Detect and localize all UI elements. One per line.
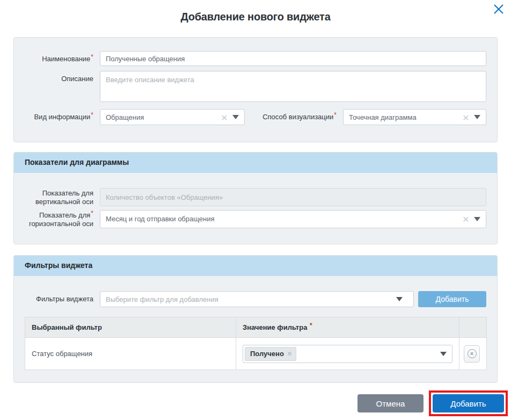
column-header-filter: Выбранный фильтр: [25, 317, 236, 338]
filter-select[interactable]: Выберите фильтр для добавления: [100, 291, 414, 307]
chevron-down-icon[interactable]: [474, 217, 480, 221]
filter-select-placeholder: Выберите фильтр для добавления: [106, 295, 396, 303]
add-filter-button[interactable]: Добавить: [418, 291, 486, 307]
name-label: Наименование*: [25, 51, 100, 63]
chevron-down-icon[interactable]: [474, 115, 480, 119]
table-row: Статус обращения Получено × ×: [25, 338, 487, 370]
remove-row-button[interactable]: ×: [464, 345, 480, 363]
info-type-value: Обращения: [106, 113, 221, 121]
horizontal-axis-value: Месяц и год отправки обращения: [106, 215, 463, 223]
description-label: Описание: [25, 71, 100, 83]
required-mark: *: [334, 111, 337, 119]
table-header-row: Выбранный фильтр Значение фильтра *: [25, 317, 487, 338]
horizontal-axis-select[interactable]: Месяц и год отправки обращения ×: [100, 210, 486, 228]
required-mark: *: [91, 53, 93, 61]
clear-icon[interactable]: ×: [463, 112, 469, 123]
required-mark: *: [91, 111, 93, 119]
clear-icon[interactable]: ×: [463, 213, 469, 225]
tag-remove-icon[interactable]: ×: [287, 350, 292, 358]
indicators-panel: Показатели для диаграммы Показатель для …: [13, 152, 498, 244]
visualization-value: Точечная диаграмма: [349, 113, 463, 121]
info-type-select[interactable]: Обращения ×: [100, 109, 245, 125]
description-input[interactable]: [100, 71, 486, 102]
filter-name-cell: Статус обращения: [25, 338, 236, 370]
visualization-label: Способ визуализации*: [245, 109, 343, 121]
filters-header: Фильтры виджета: [14, 256, 497, 276]
submit-button[interactable]: Добавить: [433, 394, 504, 412]
filter-value-select[interactable]: Получено ×: [243, 345, 452, 363]
highlight-annotation: Добавить: [429, 390, 508, 416]
column-header-value: Значение фильтра *: [236, 317, 459, 338]
filters-table: Выбранный фильтр Значение фильтра * Стат…: [25, 317, 487, 370]
horizontal-axis-label: Показатель для* горизонтальной оси: [25, 210, 100, 229]
remove-row-icon: ×: [468, 349, 477, 358]
vertical-axis-input: [100, 188, 486, 206]
dialog-title: Добавление нового виджета: [0, 11, 511, 23]
name-input[interactable]: [100, 51, 486, 66]
chevron-down-icon[interactable]: [440, 352, 447, 356]
filters-panel: Фильтры виджета Фильтры виджета Выберите…: [13, 255, 498, 383]
filters-add-label: Фильтры виджета: [25, 291, 100, 303]
required-mark: *: [91, 209, 93, 217]
required-mark: *: [310, 322, 312, 329]
selected-value-tag: Получено ×: [245, 347, 296, 361]
general-info-panel: Наименование* Описание Вид информации* О…: [13, 37, 498, 142]
dialog-footer: Отмена Добавить: [0, 390, 508, 416]
clear-icon[interactable]: ×: [221, 112, 228, 123]
close-button[interactable]: [492, 2, 506, 16]
indicators-header: Показатели для диаграммы: [14, 153, 497, 173]
info-type-label: Вид информации*: [25, 109, 100, 121]
chevron-down-icon[interactable]: [396, 297, 403, 301]
close-icon: [493, 3, 505, 15]
vertical-axis-label: Показатель для вертикальной оси: [25, 188, 100, 207]
chevron-down-icon[interactable]: [232, 115, 239, 119]
cancel-button[interactable]: Отмена: [357, 394, 424, 412]
column-header-actions: [459, 317, 487, 338]
visualization-select[interactable]: Точечная диаграмма ×: [343, 109, 486, 125]
